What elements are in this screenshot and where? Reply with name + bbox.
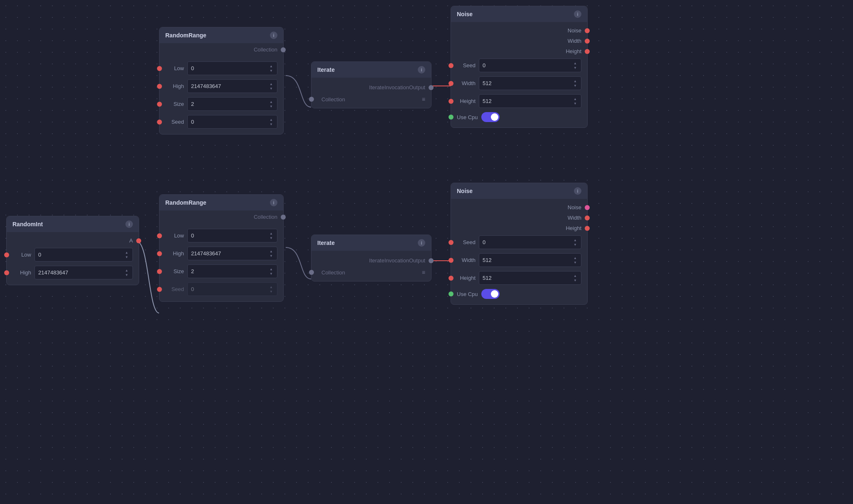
noise-2-height-up[interactable]: ▲ <box>573 274 578 278</box>
high-down-2[interactable]: ▼ <box>269 254 274 258</box>
noise-2-height-stepper[interactable]: ▲ ▼ <box>573 274 578 282</box>
noise-2-seed-input-dot[interactable] <box>449 240 453 245</box>
random-int-a-dot[interactable] <box>136 238 141 243</box>
random-int-low-down[interactable]: ▼ <box>124 255 129 259</box>
noise-1-noise-dot[interactable] <box>585 28 590 33</box>
random-int-high-input[interactable]: 2147483647 ▲ ▼ <box>34 266 133 279</box>
low-dot-1[interactable] <box>157 66 162 71</box>
noise-1-seed-input-dot[interactable] <box>449 63 453 68</box>
size-up-2[interactable]: ▲ <box>269 267 274 271</box>
high-stepper-1[interactable]: ▲ ▼ <box>269 82 274 91</box>
noise-1-seed-down[interactable]: ▼ <box>573 66 578 70</box>
noise-1-height-dot[interactable] <box>585 49 590 54</box>
low-input-2[interactable]: 0 ▲ ▼ <box>187 229 277 242</box>
low-down-1[interactable]: ▼ <box>269 69 274 73</box>
noise-2-height-dot[interactable] <box>585 226 590 231</box>
noise-2-width-input[interactable]: 512 ▲ ▼ <box>479 253 581 267</box>
collection-output-dot-2[interactable] <box>281 215 286 220</box>
noise-2-seed-input[interactable]: 0 ▲ ▼ <box>479 235 581 249</box>
noise-2-noise-dot[interactable] <box>585 205 590 210</box>
high-stepper-2[interactable]: ▲ ▼ <box>269 249 274 258</box>
noise-2-width-down[interactable]: ▼ <box>573 260 578 264</box>
noise-1-seed-stepper[interactable]: ▲ ▼ <box>573 61 578 70</box>
low-stepper-1[interactable]: ▲ ▼ <box>269 64 274 73</box>
iterate-1-info[interactable]: i <box>418 66 425 73</box>
seed-input-1[interactable]: 0 ▲ ▼ <box>187 115 277 129</box>
size-down-1[interactable]: ▼ <box>269 104 274 108</box>
seed-down-2[interactable]: ▼ <box>269 289 274 294</box>
high-input-2[interactable]: 2147483647 ▲ ▼ <box>187 247 277 260</box>
size-down-2[interactable]: ▼ <box>269 272 274 276</box>
noise-2-width-stepper[interactable]: ▲ ▼ <box>573 256 578 264</box>
size-up-1[interactable]: ▲ <box>269 100 274 104</box>
random-int-low-input[interactable]: 0 ▲ ▼ <box>34 248 133 262</box>
iterate-collection-in-dot-2[interactable] <box>309 270 314 275</box>
seed-stepper-1[interactable]: ▲ ▼ <box>269 117 274 126</box>
seed-dot-2[interactable] <box>157 287 162 292</box>
size-dot-2[interactable] <box>157 269 162 274</box>
noise-1-width-stepper[interactable]: ▲ ▼ <box>573 79 578 88</box>
noise-2-seed-up[interactable]: ▲ <box>573 238 578 242</box>
noise-1-width-dot[interactable] <box>585 39 590 44</box>
noise-2-width-input-dot[interactable] <box>449 258 453 263</box>
high-dot-1[interactable] <box>157 84 162 89</box>
noise-1-height-input-dot[interactable] <box>449 99 453 104</box>
noise-2-width-dot[interactable] <box>585 215 590 220</box>
random-int-low-up[interactable]: ▲ <box>124 250 129 254</box>
noise-1-height-up[interactable]: ▲ <box>573 97 578 101</box>
random-int-high-down[interactable]: ▼ <box>124 273 129 277</box>
random-int-info[interactable]: i <box>125 220 133 228</box>
noise-1-height-stepper[interactable]: ▲ ▼ <box>573 97 578 105</box>
size-input-2[interactable]: 2 ▲ ▼ <box>187 264 277 278</box>
collection-output-dot-1[interactable] <box>281 47 286 52</box>
noise-1-seed-input[interactable]: 0 ▲ ▼ <box>479 59 581 72</box>
random-int-low-dot[interactable] <box>4 252 9 257</box>
low-up-1[interactable]: ▲ <box>269 64 274 68</box>
noise-1-width-input-dot[interactable] <box>449 81 453 86</box>
noise-2-usecpu-dot[interactable] <box>449 291 453 296</box>
size-input-1[interactable]: 2 ▲ ▼ <box>187 97 277 111</box>
low-dot-2[interactable] <box>157 233 162 238</box>
high-down-1[interactable]: ▼ <box>269 86 274 91</box>
noise-2-height-input[interactable]: 512 ▲ ▼ <box>479 271 581 285</box>
seed-dot-1[interactable] <box>157 120 162 125</box>
iterate-invocation-dot-2[interactable] <box>429 258 434 263</box>
noise-1-height-down[interactable]: ▼ <box>573 101 578 105</box>
noise-1-width-down[interactable]: ▼ <box>573 83 578 88</box>
seed-input-2[interactable]: 0 ▲ ▼ <box>187 282 277 296</box>
size-dot-1[interactable] <box>157 102 162 107</box>
random-range-1-info[interactable]: i <box>270 32 277 39</box>
seed-up-2[interactable]: ▲ <box>269 285 274 289</box>
noise-2-seed-down[interactable]: ▼ <box>573 242 578 247</box>
random-int-high-stepper[interactable]: ▲ ▼ <box>124 268 129 277</box>
random-int-high-dot[interactable] <box>4 270 9 275</box>
noise-2-height-down[interactable]: ▼ <box>573 278 578 282</box>
random-int-high-up[interactable]: ▲ <box>124 268 129 272</box>
high-up-2[interactable]: ▲ <box>269 249 274 253</box>
noise-1-usecpu-toggle[interactable] <box>481 112 500 122</box>
iterate-collection-in-dot-1[interactable] <box>309 97 314 102</box>
noise-2-seed-stepper[interactable]: ▲ ▼ <box>573 238 578 247</box>
iterate-invocation-dot-1[interactable] <box>429 85 434 90</box>
low-input-1[interactable]: 0 ▲ ▼ <box>187 61 277 75</box>
noise-1-width-up[interactable]: ▲ <box>573 79 578 83</box>
seed-down-1[interactable]: ▼ <box>269 122 274 126</box>
high-input-1[interactable]: 2147483647 ▲ ▼ <box>187 79 277 93</box>
noise-1-width-input[interactable]: 512 ▲ ▼ <box>479 76 581 90</box>
random-int-low-stepper[interactable]: ▲ ▼ <box>124 250 129 259</box>
low-down-2[interactable]: ▼ <box>269 236 274 240</box>
noise-2-usecpu-toggle[interactable] <box>481 289 500 299</box>
iterate-2-info[interactable]: i <box>418 239 425 247</box>
size-stepper-1[interactable]: ▲ ▼ <box>269 100 274 108</box>
noise-1-height-input[interactable]: 512 ▲ ▼ <box>479 94 581 108</box>
high-up-1[interactable]: ▲ <box>269 82 274 86</box>
seed-stepper-2[interactable]: ▲ ▼ <box>269 285 274 294</box>
high-dot-2[interactable] <box>157 251 162 256</box>
noise-1-usecpu-dot[interactable] <box>449 115 453 120</box>
noise-2-width-up[interactable]: ▲ <box>573 256 578 260</box>
random-range-2-info[interactable]: i <box>270 199 277 206</box>
seed-up-1[interactable]: ▲ <box>269 117 274 122</box>
noise-1-seed-up[interactable]: ▲ <box>573 61 578 65</box>
low-stepper-2[interactable]: ▲ ▼ <box>269 231 274 240</box>
noise-1-info[interactable]: i <box>574 10 581 18</box>
